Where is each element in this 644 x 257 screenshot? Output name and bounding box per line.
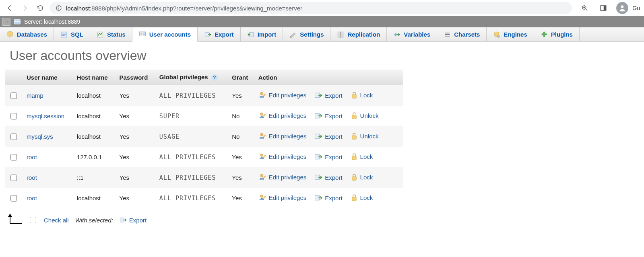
tab-replication[interactable]: Replication [330, 27, 387, 41]
username-link[interactable]: root [27, 154, 37, 160]
tab-settings[interactable]: Settings [283, 27, 330, 41]
edit-privileges-icon [258, 193, 266, 201]
col-grant[interactable]: Grant [228, 70, 254, 85]
grant-cell: Yes [228, 85, 254, 106]
row-checkbox[interactable] [10, 134, 17, 140]
page-title: User accounts overview [10, 48, 644, 63]
username-link[interactable]: root [27, 195, 37, 201]
url-bar[interactable]: localhost:8888/phpMyAdmin5/index.php?rou… [50, 2, 572, 14]
edit-privileges-link[interactable]: Edit privileges [258, 111, 306, 119]
sql-icon [60, 31, 68, 38]
username-link[interactable]: mysql.session [27, 113, 64, 119]
export-user-link[interactable]: Export [314, 153, 342, 160]
username-link[interactable]: mysql.sys [27, 133, 53, 140]
svg-rect-16 [62, 35, 65, 36]
username-link[interactable]: root [27, 174, 37, 181]
row-checkbox[interactable] [10, 195, 17, 201]
check-all-checkbox[interactable] [30, 217, 36, 223]
svg-point-48 [260, 195, 263, 197]
edit-privileges-link[interactable]: Edit privileges [258, 173, 306, 181]
plugins-icon [541, 31, 548, 38]
username-link[interactable]: mamp [27, 92, 43, 99]
tab-sql[interactable]: SQL [54, 27, 90, 41]
svg-rect-15 [62, 34, 66, 35]
tab-export[interactable]: Export [198, 27, 241, 41]
lock-user-link[interactable]: Lock [351, 193, 373, 201]
grant-cell: No [228, 106, 254, 126]
export-user-link[interactable]: Export [314, 112, 342, 119]
server-label[interactable]: Server: localhost:8889 [24, 19, 80, 25]
server-breadcrumb-bar: → Server: localhost:8889 [0, 16, 644, 27]
privileges-cell: SUPER [155, 106, 228, 126]
svg-rect-2 [58, 6, 59, 7]
svg-rect-35 [352, 95, 356, 98]
export-user-link[interactable]: Export [314, 174, 342, 181]
col-privileges[interactable]: Global privileges ? [155, 70, 228, 85]
col-username[interactable]: User name [23, 70, 73, 85]
profile-avatar[interactable] [616, 2, 628, 14]
unlock-user-link[interactable]: Unlock [351, 111, 379, 119]
user-accounts-table: User name Host name Password Global priv… [5, 70, 403, 208]
zoom-icon[interactable] [579, 2, 590, 14]
password-cell: Yes [116, 85, 155, 106]
edit-privileges-link[interactable]: Edit privileges [258, 152, 306, 160]
host-cell: ::1 [73, 167, 116, 188]
bulk-export-link[interactable]: Export [120, 217, 147, 224]
back-button[interactable] [4, 2, 15, 14]
host-cell: localhost [73, 126, 116, 147]
collapse-button[interactable]: → [2, 18, 10, 26]
lock-icon [351, 91, 358, 99]
row-checkbox[interactable] [10, 154, 17, 160]
col-action: Action [254, 70, 403, 85]
replication-icon [337, 31, 344, 38]
host-cell: localhost [73, 106, 116, 126]
svg-rect-8 [604, 6, 606, 10]
side-panel-icon[interactable] [598, 2, 609, 14]
row-checkbox[interactable] [10, 175, 17, 181]
tab-status[interactable]: Status [90, 27, 132, 41]
table-row: root127.0.0.1YesALL PRIVILEGESYesEdit pr… [5, 147, 403, 167]
export-user-link[interactable]: Export [314, 133, 342, 140]
svg-point-45 [260, 174, 263, 177]
tab-plugins[interactable]: Plugins [534, 27, 580, 41]
forward-button[interactable] [19, 2, 31, 14]
help-icon[interactable]: ? [211, 74, 218, 81]
edit-privileges-link[interactable]: Edit privileges [258, 91, 306, 99]
site-info-icon[interactable] [56, 5, 62, 11]
server-icon [14, 19, 21, 25]
grant-cell: Yes [228, 167, 254, 188]
lock-user-link[interactable]: Lock [351, 91, 373, 99]
export-icon [314, 174, 322, 181]
export-user-link[interactable]: Export [314, 194, 342, 201]
tab-engines[interactable]: Engines [487, 27, 534, 41]
lock-user-link[interactable]: Lock [351, 152, 373, 160]
edit-privileges-link[interactable]: Edit privileges [258, 193, 306, 201]
edit-privileges-link[interactable]: Edit privileges [258, 132, 306, 140]
svg-point-39 [260, 133, 263, 136]
tab-databases[interactable]: Databases [0, 27, 54, 41]
tab-variables[interactable]: Variables [387, 27, 437, 41]
col-hostname[interactable]: Host name [73, 70, 116, 85]
check-all-link[interactable]: Check all [44, 217, 69, 224]
password-cell: Yes [116, 126, 155, 147]
engines-icon [493, 31, 500, 38]
profile-label: Gu [632, 5, 640, 11]
tab-charsets[interactable]: Charsets [437, 27, 487, 41]
col-password[interactable]: Password [116, 70, 155, 85]
export-icon [120, 217, 127, 223]
lock-icon [351, 193, 358, 201]
row-checkbox[interactable] [10, 93, 17, 99]
privileges-cell: ALL PRIVILEGES [155, 167, 228, 188]
reload-button[interactable] [35, 2, 46, 14]
edit-privileges-icon [258, 132, 266, 140]
svg-point-32 [497, 35, 500, 37]
tab-user-accounts[interactable]: User accounts [132, 27, 198, 42]
row-checkbox[interactable] [10, 113, 17, 119]
lock-user-link[interactable]: Lock [351, 173, 373, 181]
edit-privileges-icon [258, 111, 266, 119]
unlock-user-link[interactable]: Unlock [351, 132, 379, 140]
svg-point-19 [140, 33, 142, 35]
password-cell: Yes [116, 147, 155, 167]
export-user-link[interactable]: Export [314, 92, 342, 99]
tab-import[interactable]: Import [241, 27, 283, 41]
